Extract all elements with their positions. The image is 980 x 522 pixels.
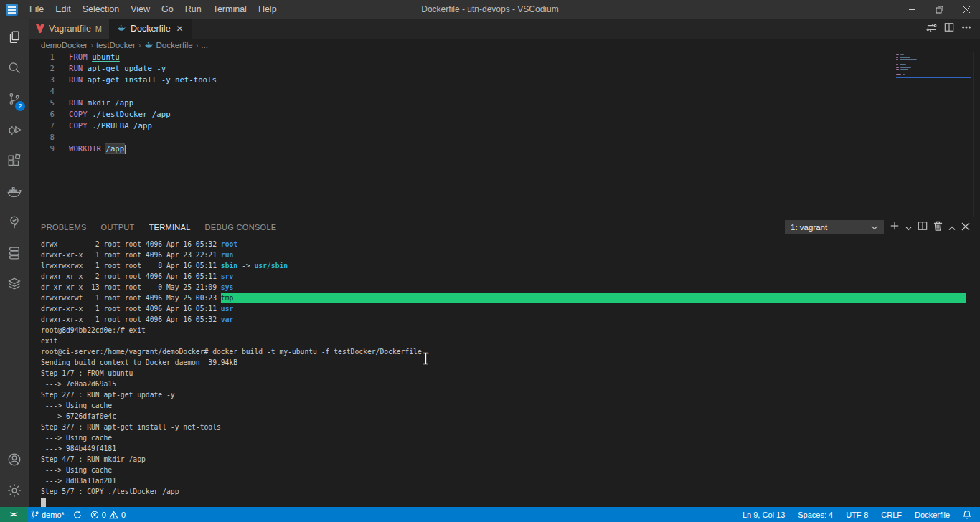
bottom-panel: PROBLEMSOUTPUTTERMINALDEBUG CONSOLE 1: v…	[29, 217, 980, 507]
breadcrumb-item[interactable]: testDocker	[96, 41, 136, 49]
tab-label: Dockerfile	[131, 24, 171, 34]
split-terminal-button[interactable]	[918, 221, 928, 234]
menu-terminal[interactable]: Terminal	[207, 0, 253, 19]
editor-tab-bar: VagrantfileMDockerfile✕	[29, 19, 980, 39]
breadcrumb-label: testDocker	[96, 41, 136, 49]
activity-bar-item-layers[interactable]	[0, 270, 29, 300]
maximize-panel-button[interactable]	[948, 221, 956, 234]
minimize-icon	[908, 6, 916, 14]
activity-bar-item-explorer[interactable]	[0, 23, 29, 54]
menu-run[interactable]: Run	[179, 0, 207, 19]
editor-tab-vagrantfile[interactable]: VagrantfileM	[29, 19, 110, 39]
status-item-crlf[interactable]: CRLF	[877, 511, 906, 519]
warning-icon	[109, 511, 118, 519]
search-icon	[6, 60, 22, 79]
code-line: 1FROM ubuntu	[29, 52, 980, 63]
breadcrumb-item[interactable]: Dockerfile	[144, 41, 193, 50]
panel-tab-output[interactable]: OUTPUT	[101, 217, 135, 237]
restore-button[interactable]	[925, 0, 953, 19]
code-editor[interactable]: 1FROM ubuntu2RUN apt-get update -y3RUN a…	[29, 52, 980, 217]
new-terminal-button[interactable]	[890, 221, 900, 234]
new-terminal-chevron[interactable]	[905, 221, 912, 234]
menu-file[interactable]: File	[24, 0, 50, 19]
more-actions-icon[interactable]	[961, 22, 971, 35]
minimap-segment	[900, 67, 910, 68]
minimap-segment	[896, 54, 899, 55]
terminal-text: root@8d94bb22cd0e:/# exit	[41, 325, 146, 336]
panel-header: PROBLEMSOUTPUTTERMINALDEBUG CONSOLE 1: v…	[29, 217, 980, 237]
menu-help[interactable]: Help	[253, 0, 283, 19]
status-item-dockerfile[interactable]: Dockerfile	[910, 511, 954, 519]
title-bar: FileEditSelectionViewGoRunTerminalHelp D…	[0, 0, 980, 19]
activity-bar-item-docker[interactable]	[0, 177, 29, 208]
panel-tab-debug-console[interactable]: DEBUG CONSOLE	[205, 217, 277, 237]
terminal-text: drwxrwxrwt 1 root root 4096 May 25 00:23	[41, 293, 221, 303]
activity-bar-item-run-and-debug[interactable]	[0, 115, 29, 146]
terminal-text: drwxr-xr-x 1 root root 4096 Apr 16 05:11	[41, 303, 221, 314]
terminal-text: ---> Using cache	[41, 400, 112, 411]
status-item-utf8[interactable]: UTF-8	[842, 511, 872, 519]
sync-button[interactable]	[69, 507, 86, 522]
panel-tabs: PROBLEMSOUTPUTTERMINALDEBUG CONSOLE	[41, 217, 276, 237]
minimap-line	[896, 64, 971, 65]
extensions-icon	[6, 153, 22, 171]
remote-indicator[interactable]: ><	[0, 507, 27, 522]
problems-item[interactable]: 0 0	[86, 507, 130, 522]
terminal-text: dr-xr-xr-x 13 root root 0 May 25 21:09	[41, 282, 221, 293]
minimize-button[interactable]	[898, 0, 925, 19]
close-button[interactable]	[953, 0, 980, 19]
docker-whale-icon	[144, 41, 154, 50]
close-panel-button[interactable]	[961, 221, 970, 234]
terminal-line: Step 3/7 : RUN apt-get install -y net-to…	[41, 422, 980, 432]
activity-bar-item-account[interactable]	[0, 445, 29, 476]
panel-tab-problems[interactable]: PROBLEMS	[41, 217, 87, 237]
kill-terminal-button[interactable]	[933, 221, 943, 234]
menu-go[interactable]: Go	[156, 0, 179, 19]
code-text: RUN mkdir /app	[69, 98, 133, 109]
line-number: 2	[29, 63, 55, 75]
editor-tabs: VagrantfileMDockerfile✕	[29, 19, 192, 39]
activity-bar-item-source-control[interactable]: 2	[0, 85, 29, 115]
terminal-text: sbin	[221, 260, 237, 271]
open-changes-icon[interactable]	[926, 22, 937, 36]
code-token: COPY	[69, 121, 92, 130]
status-item-spaces[interactable]: Spaces: 4	[793, 511, 837, 519]
breadcrumb-item[interactable]: ...	[201, 41, 208, 49]
status-item-ln[interactable]: Ln 9, Col 13	[738, 511, 789, 519]
menu-selection[interactable]: Selection	[77, 0, 125, 19]
editor-tab-dockerfile[interactable]: Dockerfile✕	[110, 19, 192, 39]
layers-icon	[6, 276, 22, 295]
terminal-text: usr/sbin	[254, 260, 288, 271]
tab-close-icon[interactable]: ✕	[176, 24, 184, 34]
line-number: 5	[29, 98, 55, 109]
minimap[interactable]	[896, 54, 971, 78]
minimap-segment	[896, 64, 898, 65]
notifications-bell-button[interactable]	[958, 510, 976, 519]
activity-bar-item-search[interactable]	[0, 54, 29, 85]
terminal-picker-dropdown[interactable]: 1: vagrant	[785, 220, 884, 234]
minimap-segment	[900, 57, 910, 58]
terminal-line: ---> 6726dfaf0e4c	[41, 411, 980, 422]
code-token: ./testDocker /app	[92, 110, 170, 119]
activity-bar-item-extensions[interactable]	[0, 146, 29, 177]
chevron-down-icon	[871, 225, 878, 230]
editor-scrollbar[interactable]	[973, 52, 980, 217]
terminal[interactable]: drwx------ 2 root root 4096 Apr 16 05:32…	[29, 237, 980, 507]
menu-edit[interactable]: Edit	[50, 0, 77, 19]
activity-bar-item-database[interactable]	[0, 239, 29, 270]
terminal-text: sys	[221, 282, 234, 293]
breadcrumb-item[interactable]: demoDocker	[41, 41, 88, 49]
activity-bar-item-test-explorer[interactable]	[0, 208, 29, 239]
menu-view[interactable]: View	[125, 0, 156, 19]
activity-bar-item-settings-gear[interactable]	[0, 476, 29, 507]
line-number: 6	[29, 109, 55, 120]
breadcrumb-separator-icon: ›	[196, 41, 199, 49]
terminal-line: ---> Using cache	[41, 465, 980, 475]
workbench-row: 2 VagrantfileMDockerfile✕ d	[0, 19, 980, 507]
split-editor-icon[interactable]	[944, 22, 954, 35]
vscodium-window: FileEditSelectionViewGoRunTerminalHelp D…	[0, 0, 980, 522]
terminal-text: tmp	[221, 293, 234, 303]
panel-tab-terminal[interactable]: TERMINAL	[149, 217, 191, 237]
terminal-line: drwxr-xr-x 1 root root 4096 Apr 23 22:21…	[41, 250, 980, 260]
git-branch-item[interactable]: demo*	[27, 507, 69, 522]
